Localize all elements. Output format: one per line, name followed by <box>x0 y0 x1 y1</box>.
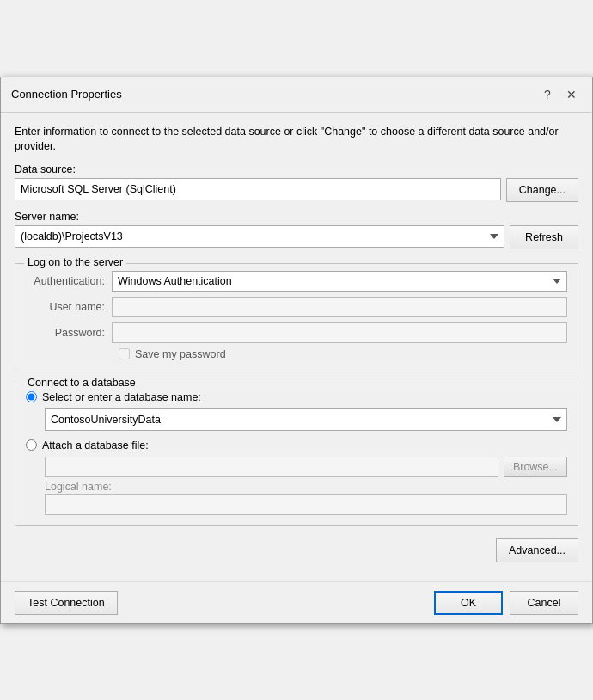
username-label: User name: <box>26 301 112 313</box>
logical-name-label: Logical name: <box>45 481 567 493</box>
attach-db-radio[interactable] <box>26 439 37 451</box>
data-source-section: Data source: Change... <box>15 163 578 202</box>
dialog-title: Connection Properties <box>11 88 122 101</box>
browse-button[interactable]: Browse... <box>504 457 567 477</box>
title-bar-left: Connection Properties <box>11 88 122 101</box>
save-password-row: Save my password <box>119 348 567 360</box>
authentication-label: Authentication: <box>26 275 112 287</box>
username-row: User name: <box>26 297 567 317</box>
logical-name-section: Logical name: <box>45 481 567 515</box>
database-group-title: Connect to a database <box>24 377 139 389</box>
save-password-checkbox[interactable] <box>119 348 130 359</box>
server-name-section: Server name: (localdb)\ProjectsV13 Refre… <box>15 211 578 249</box>
dialog-body: Enter information to connect to the sele… <box>1 113 592 574</box>
help-button[interactable]: ? <box>537 84 558 105</box>
server-name-label: Server name: <box>15 211 578 223</box>
dialog-footer: Test Connection OK Cancel <box>1 581 592 623</box>
footer-right-buttons: OK Cancel <box>434 591 578 615</box>
refresh-button[interactable]: Refresh <box>510 225 578 249</box>
password-label: Password: <box>26 327 112 339</box>
attach-file-input[interactable] <box>45 457 498 477</box>
database-combo-row: ContosoUniversityData <box>45 408 567 431</box>
logical-name-input[interactable] <box>45 494 567 515</box>
select-db-radio[interactable] <box>26 391 37 402</box>
data-source-label: Data source: <box>15 163 578 175</box>
logon-group-title: Log on to the server <box>24 256 126 268</box>
change-button[interactable]: Change... <box>506 178 578 202</box>
cancel-button[interactable]: Cancel <box>510 591 578 615</box>
data-source-row: Change... <box>15 178 578 202</box>
title-controls: ? ✕ <box>537 84 582 105</box>
server-name-combo[interactable]: (localdb)\ProjectsV13 <box>15 225 504 248</box>
advanced-button[interactable]: Advanced... <box>496 538 578 562</box>
select-db-radio-row: Select or enter a database name: <box>26 391 567 403</box>
authentication-combo[interactable]: Windows Authentication SQL Server Authen… <box>112 271 567 292</box>
save-password-label: Save my password <box>135 348 226 360</box>
logon-group: Log on to the server Authentication: Win… <box>15 263 578 371</box>
test-connection-button[interactable]: Test Connection <box>15 591 118 615</box>
password-row: Password: <box>26 322 567 343</box>
server-name-row: (localdb)\ProjectsV13 Refresh <box>15 225 578 249</box>
ok-button[interactable]: OK <box>434 591 503 615</box>
database-group: Connect to a database Select or enter a … <box>15 384 578 526</box>
attach-file-row: Browse... <box>45 457 567 477</box>
close-button[interactable]: ✕ <box>561 84 582 105</box>
description-text: Enter information to connect to the sele… <box>15 125 578 155</box>
connection-properties-dialog: Connection Properties ? ✕ Enter informat… <box>0 77 593 624</box>
username-input[interactable] <box>112 297 567 317</box>
attach-db-label: Attach a database file: <box>42 439 149 451</box>
database-combo[interactable]: ContosoUniversityData <box>45 408 567 431</box>
authentication-row: Authentication: Windows Authentication S… <box>26 271 567 292</box>
data-source-input[interactable] <box>15 178 501 200</box>
password-input[interactable] <box>112 322 567 343</box>
attach-db-radio-row: Attach a database file: <box>26 439 567 451</box>
advanced-row: Advanced... <box>15 538 578 562</box>
title-bar: Connection Properties ? ✕ <box>1 77 592 113</box>
select-db-label: Select or enter a database name: <box>42 391 201 403</box>
